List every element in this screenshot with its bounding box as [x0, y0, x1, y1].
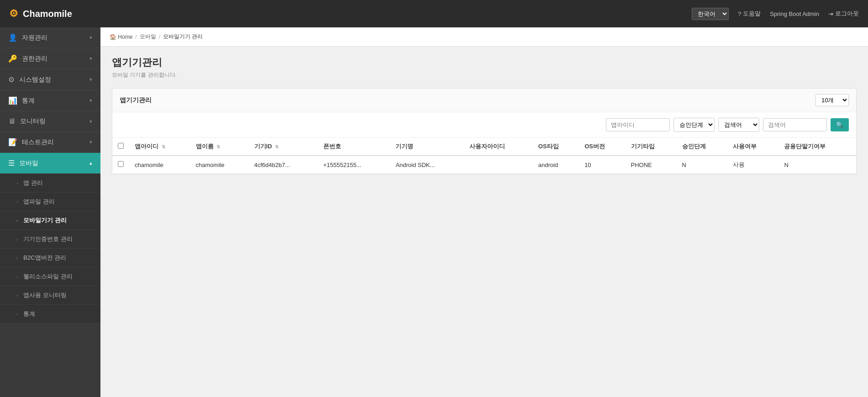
sub-arrow-cert: ›: [16, 237, 18, 242]
submenu-label-app-monitor: 앱사용 모니터링: [23, 291, 67, 299]
approval-stage-select[interactable]: 승인단계 승인 미승인 반려: [673, 118, 715, 132]
submenu-label-stats-sub: 통계: [23, 310, 35, 318]
sort-app-name[interactable]: ⇅: [216, 144, 220, 149]
th-user-id: 사용자아이디: [464, 138, 532, 156]
submenu-app-monitor[interactable]: › 앱사용 모니터링: [0, 286, 100, 305]
submenu-label-b2c-mgmt: B2C앱버전 관리: [23, 254, 66, 262]
sidebar-label-test: 테스트관리: [22, 138, 85, 146]
search-keyword-input[interactable]: [763, 118, 827, 131]
submenu-label-app-mgmt: 앱 관리: [23, 179, 43, 187]
help-icon: ?: [738, 10, 741, 17]
breadcrumb-sep1: /: [135, 34, 137, 40]
system-icon: ⚙: [8, 75, 15, 84]
monitor-icon: 🖥: [8, 117, 16, 125]
row-approval: N: [677, 156, 728, 174]
th-os-version: OS버전: [579, 138, 625, 156]
table-row: chamomile chamomile 4cf6d4b2b7... +15555…: [112, 156, 856, 174]
top-nav-right: 한국어 English ? 도움말 Spring Boot Admin ⇥ 로그…: [692, 8, 859, 20]
row-device-type: PHONE: [626, 156, 677, 174]
submenu-cert-mgmt[interactable]: › 기기인증번호 관리: [0, 230, 100, 249]
mobile-arrow: ▴: [89, 160, 92, 166]
language-select[interactable]: 한국어 English: [692, 8, 729, 20]
row-app-id: chamomile: [129, 156, 190, 174]
sidebar-item-mobile[interactable]: ☰ 모바일 ▴: [0, 153, 100, 174]
card-header: 앱기기관리 10개 20개 50개 100개: [112, 89, 856, 112]
table-header-row: 앱아이디 ⇅ 앱이름 ⇅ 기기ID ⇅ 폰번호 기기명 사용자아이디 OS타입 …: [112, 138, 856, 156]
sidebar-item-system[interactable]: ⚙ 시스템설정 ▾: [0, 69, 100, 90]
search-button[interactable]: 🔍: [831, 118, 849, 131]
th-device-name: 기기명: [390, 138, 464, 156]
app-id-input[interactable]: [606, 118, 670, 131]
th-app-name: 앱이름 ⇅: [190, 138, 249, 156]
logout-link[interactable]: ⇥ 로그아웃: [828, 10, 859, 18]
monitor-arrow: ▾: [89, 119, 92, 125]
row-app-name: chamomile: [190, 156, 249, 174]
row-phone: +155552155...: [318, 156, 390, 174]
sort-app-id[interactable]: ⇅: [162, 144, 165, 149]
search-by-select[interactable]: 검색어 앱아이디 기기ID 폰번호: [718, 118, 759, 132]
sub-arrow-device: ›: [16, 218, 18, 223]
breadcrumb-home[interactable]: 🏠 Home: [110, 34, 132, 40]
row-device-id: 4cf6d4b2b7...: [249, 156, 318, 174]
sort-device-id[interactable]: ⇅: [275, 144, 279, 149]
page-header: 앱기기관리 모바일 기기를 관리합니다.: [100, 47, 868, 84]
resource-icon: 👤: [8, 33, 17, 42]
sidebar-item-test[interactable]: 📝 테스트관리 ▾: [0, 132, 100, 153]
auth-icon: 🔑: [8, 54, 17, 63]
submenu-appfile-mgmt[interactable]: › 앱파일 관리: [0, 193, 100, 211]
spring-boot-link[interactable]: Spring Boot Admin: [770, 10, 819, 17]
layout: 👤 자원관리 ▾ 🔑 권한관리 ▾ ⚙ 시스템설정 ▾ 📊 통계 ▾ 🖥 모니터…: [0, 27, 868, 397]
submenu-label-welliso-mgmt: 웰리소스파일 관리: [23, 272, 73, 281]
brand-icon: ⚙: [9, 8, 18, 20]
th-device-type: 기기타입: [626, 138, 677, 156]
row-checkbox-cell: [112, 156, 129, 174]
submenu-stats-sub[interactable]: › 통계: [0, 305, 100, 324]
submenu-label-device-mgmt: 모바일기기 관리: [23, 216, 67, 225]
submenu-app-mgmt[interactable]: › 앱 관리: [0, 174, 100, 193]
sidebar-label-system: 시스템설정: [19, 76, 85, 84]
sub-arrow-stats-sub: ›: [16, 312, 18, 317]
th-phone: 폰번호: [318, 138, 390, 156]
sidebar: 👤 자원관리 ▾ 🔑 권한관리 ▾ ⚙ 시스템설정 ▾ 📊 통계 ▾ 🖥 모니터…: [0, 27, 100, 397]
stats-arrow: ▾: [89, 98, 92, 104]
resource-arrow: ▾: [89, 35, 92, 41]
row-os-version: 10: [579, 156, 625, 174]
sub-arrow-b2c: ›: [16, 256, 18, 261]
sub-arrow-app-monitor: ›: [16, 293, 18, 298]
sidebar-label-resource: 자원관리: [22, 34, 85, 42]
sidebar-label-monitor: 모니터링: [20, 117, 85, 125]
page-size-select[interactable]: 10개 20개 50개 100개: [815, 94, 849, 106]
sidebar-item-resource[interactable]: 👤 자원관리 ▾: [0, 27, 100, 48]
th-use-yn: 사용여부: [727, 138, 779, 156]
sidebar-item-monitor[interactable]: 🖥 모니터링 ▾: [0, 111, 100, 132]
row-user-id: [464, 156, 532, 174]
breadcrumb-mobile[interactable]: 모바일: [140, 33, 156, 41]
system-arrow: ▾: [89, 77, 92, 83]
th-app-id: 앱아이디 ⇅: [129, 138, 190, 156]
row-checkbox-0[interactable]: [118, 161, 124, 167]
page-title: 앱기기관리: [112, 56, 857, 69]
main-content: 🏠 Home / 모바일 / 모바일기기 관리 앱기기관리 모바일 기기를 관리…: [100, 27, 868, 397]
breadcrumb-current: 모바일기기 관리: [163, 33, 203, 41]
help-link[interactable]: ? 도움말: [738, 10, 761, 18]
row-device-name: Android SDK...: [390, 156, 464, 174]
submenu-b2c-mgmt[interactable]: › B2C앱버전 관리: [0, 249, 100, 267]
mobile-icon: ☰: [8, 159, 15, 167]
sidebar-item-stats[interactable]: 📊 통계 ▾: [0, 90, 100, 111]
submenu-device-mgmt[interactable]: › 모바일기기 관리: [0, 211, 100, 230]
sub-arrow-appfile: ›: [16, 199, 18, 204]
submenu-welliso-mgmt[interactable]: › 웰리소스파일 관리: [0, 267, 100, 286]
sub-arrow-welliso: ›: [16, 274, 18, 279]
row-use-yn: 사용: [727, 156, 779, 174]
logout-icon: ⇥: [828, 10, 833, 17]
th-checkbox: [112, 138, 129, 156]
mobile-submenu: › 앱 관리 › 앱파일 관리 › 모바일기기 관리 › 기기인증번호 관리 ›…: [0, 174, 100, 324]
sub-arrow-app: ›: [16, 181, 18, 186]
brand: ⚙ Chamomile: [9, 8, 692, 20]
sidebar-item-auth[interactable]: 🔑 권한관리 ▾: [0, 48, 100, 69]
spring-boot-label: Spring Boot Admin: [770, 10, 819, 17]
top-nav: ⚙ Chamomile 한국어 English ? 도움말 Spring Boo…: [0, 0, 868, 27]
table-body: chamomile chamomile 4cf6d4b2b7... +15555…: [112, 156, 856, 174]
select-all-checkbox[interactable]: [118, 143, 124, 149]
breadcrumb-sep2: /: [159, 34, 160, 40]
